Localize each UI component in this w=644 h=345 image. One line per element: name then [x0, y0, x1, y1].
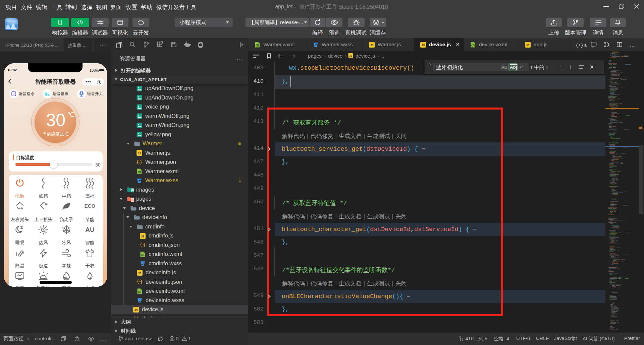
svg-text:JS: JS	[141, 235, 145, 238]
svg-text:JS: JS	[138, 152, 141, 155]
svg-text:JS: JS	[134, 308, 138, 312]
svg-text:JS: JS	[370, 44, 374, 47]
svg-text:JS: JS	[349, 55, 352, 57]
svg-text:JS: JS	[138, 272, 142, 275]
svg-text:JS: JS	[421, 44, 425, 47]
svg-text:JS: JS	[526, 44, 530, 47]
